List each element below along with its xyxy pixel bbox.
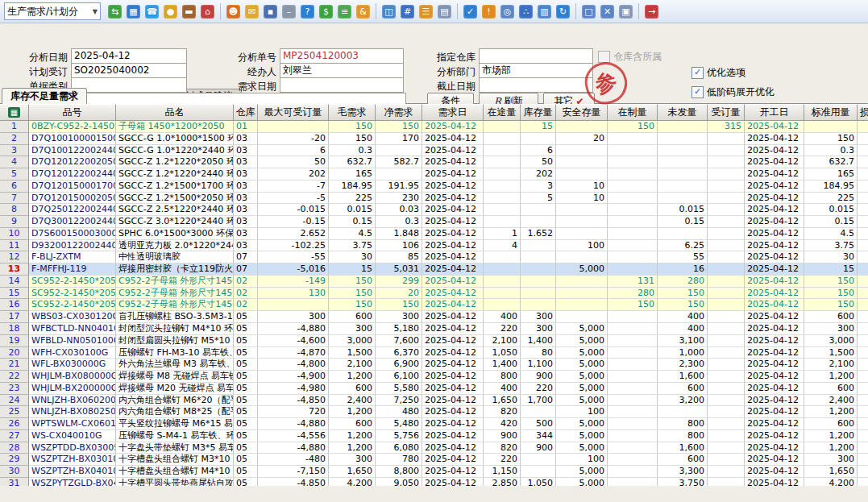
cell-item-code[interactable]: SC952-2-1450*2050-1 [29,288,116,300]
cell-stock-qty[interactable] [521,299,556,311]
cell-max-orderable[interactable]: -5,016 [258,263,329,276]
cell-item-code[interactable]: D7Q1201220020500G [29,156,116,168]
cell-standard-usage[interactable]: 184.95 [804,180,858,193]
cell-demand-date[interactable]: 2025-04-12 [422,251,484,263]
cell-start-date[interactable]: 2025-04-12 [745,311,804,323]
cell-loss-qty[interactable] [858,406,868,418]
cell-row-number[interactable]: 28 [0,442,29,454]
cell-warehouse[interactable]: 02 [234,288,258,300]
cell-warehouse[interactable]: 02 [234,276,258,288]
cell-ordered-qty[interactable] [708,335,745,347]
cascade-icon-button[interactable]: ▣ [617,2,635,21]
cell-unshipped-qty[interactable] [658,180,708,193]
cell-ordered-qty[interactable] [708,395,745,407]
cell-start-date[interactable]: 2025-04-12 [745,168,804,180]
cell-standard-usage[interactable]: 4,200 [804,478,858,486]
cell-warehouse[interactable]: 03 [234,180,258,193]
cell-ordered-qty[interactable] [708,406,745,418]
cell-row-number[interactable]: 21 [0,359,29,371]
cell-row-number[interactable]: 4 [0,156,29,168]
bell-icon-button[interactable]: ! [480,2,498,21]
cell-gross-demand[interactable]: 150 [329,133,376,145]
phone-icon-button[interactable]: ☎ [143,2,161,21]
cell-loss-qty[interactable] [858,383,868,395]
cell-safety-stock[interactable]: 5,000 [556,335,608,347]
cell-max-orderable[interactable]: -0.15 [258,216,329,228]
cell-gross-demand[interactable]: 225 [329,193,376,205]
cell-start-date[interactable]: 2025-04-12 [745,371,804,383]
cell-item-code[interactable]: WSZPTZH-BX040100G [29,466,116,478]
cell-demand-date[interactable]: 2025-04-12 [422,288,484,300]
cell-loss-qty[interactable] [858,418,868,430]
header-net-demand[interactable]: 净需求 [376,104,422,121]
cell-item-code[interactable]: D7Q3001220024400G [29,216,116,228]
cell-max-orderable[interactable]: -149 [258,276,329,288]
cell-start-date[interactable]: 2025-04-12 [745,133,804,145]
cell-in-transit-qty[interactable]: 2,850 [484,478,521,486]
cell-start-date[interactable]: 2025-04-12 [745,383,804,395]
cell-row-number[interactable]: 19 [0,335,29,347]
cell-gross-demand[interactable]: 1,200 [329,430,376,442]
cell-max-orderable[interactable]: -4,850 [258,478,329,486]
cell-unshipped-qty[interactable]: 800 [658,430,708,442]
cell-ordered-qty[interactable] [708,180,745,193]
cell-item-name[interactable]: 内六角组合螺钉 M6*20（配平弹 [116,395,234,407]
header-gross-demand[interactable]: 毛需求 [329,104,376,121]
cell-item-code[interactable]: SC952-2-1450*2050-1 [29,299,116,311]
cell-row-number[interactable]: 6 [0,180,29,193]
cell-safety-stock[interactable]: 5,000 [556,359,608,371]
header-in-process-qty[interactable]: 在制量 [608,104,658,121]
cell-unshipped-qty[interactable]: 55 [658,251,708,263]
cell-net-demand[interactable]: 6,370 [376,347,422,359]
cell-in-process-qty[interactable] [608,251,658,263]
cell-safety-stock[interactable] [556,311,608,323]
cell-in-process-qty[interactable] [608,359,658,371]
cell-safety-stock[interactable] [556,145,608,157]
cell-in-process-qty[interactable] [608,228,658,240]
cell-start-date[interactable]: 2025-04-12 [745,335,804,347]
cell-start-date[interactable]: 2025-04-12 [745,204,804,216]
cell-loss-qty[interactable] [858,442,868,454]
cell-net-demand[interactable]: 5,031 [376,263,422,276]
cell-standard-usage[interactable]: 3,000 [804,335,858,347]
cell-net-demand[interactable]: 150 [376,299,422,311]
cell-item-code[interactable]: WPTSWLM-CX060150G [29,418,116,430]
cell-item-name[interactable]: 焊接用密封胶（卡立119防火胶 [116,263,234,276]
cell-unshipped-qty[interactable] [658,145,708,157]
cell-warehouse[interactable]: 05 [234,323,258,335]
cell-item-name[interactable]: 子母箱 1450*1200*2050 [116,121,234,133]
cell-in-transit-qty[interactable] [484,216,521,228]
cell-in-process-qty[interactable] [608,180,658,193]
cell-item-code[interactable]: WSZPYTZGLD-BX04015( [29,478,116,486]
cell-in-transit-qty[interactable] [484,251,521,263]
cell-start-date[interactable]: 2025-04-12 [745,466,804,478]
cell-item-code[interactable]: D7Q1201500020500G [29,193,116,205]
doc-type-field[interactable] [71,77,187,93]
cell-start-date[interactable]: 2025-04-12 [745,418,804,430]
cell-in-process-qty[interactable] [608,347,658,359]
cell-loss-qty[interactable] [858,335,868,347]
cell-standard-usage[interactable]: 600 [804,311,858,323]
cell-loss-qty[interactable] [858,288,868,300]
cell-safety-stock[interactable] [556,299,608,311]
cell-in-transit-qty[interactable]: 1,150 [484,466,521,478]
header-safety-stock[interactable]: 安全存量 [556,104,608,121]
cell-gross-demand[interactable]: 30 [329,251,376,263]
cell-start-date[interactable]: 2025-04-12 [745,395,804,407]
cell-warehouse[interactable]: 05 [234,478,258,486]
cell-start-date[interactable]: 2025-04-12 [745,193,804,205]
cell-item-name[interactable]: C952-2子母箱 外形尺寸1450*1 [116,276,234,288]
cell-standard-usage[interactable]: 15 [804,263,858,276]
cell-max-orderable[interactable]: -5 [258,193,329,205]
cell-item-code[interactable]: D7S6001500030000G [29,228,116,240]
cell-row-number[interactable]: 27 [0,430,29,442]
header-in-transit-qty[interactable]: 在途量 [484,104,521,121]
cell-row-number[interactable]: 17 [0,311,29,323]
cell-safety-stock[interactable]: 20 [556,133,608,145]
cell-item-name[interactable]: SGCC-Z 1.2*1500*2050 环保大 [116,193,234,205]
cell-in-process-qty[interactable] [608,335,658,347]
cell-item-name[interactable]: 压铆螺钉 FH-M3-10 易车铁、环 [116,347,234,359]
cell-row-number[interactable]: 30 [0,466,29,478]
cell-net-demand[interactable]: 7,600 [376,335,422,347]
cell-net-demand[interactable]: 300 [376,311,422,323]
